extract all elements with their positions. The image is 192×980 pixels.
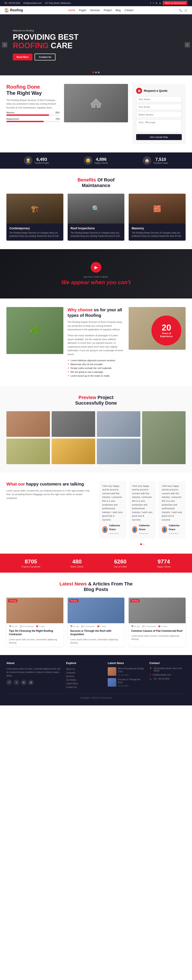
t-dot-2[interactable] — [143, 543, 144, 545]
testimonials-description: Lorem ipsum dolor sit amet this you help… — [6, 489, 93, 500]
project-item-5[interactable] — [6, 439, 50, 464]
footer-news-text-2[interactable]: Success is Through the Roof — [118, 678, 144, 684]
news-excerpt-1: Lorem ipsum dolor sit amet, consectetur … — [6, 638, 63, 646]
nav-contact[interactable]: Contact — [125, 9, 133, 12]
top-bar-phone: Tel: +60 50 5234 — [4, 2, 20, 4]
news-excerpt-2: Lorem ipsum dolor sit amet, consectetur … — [68, 638, 125, 646]
stat-trusted: 👷 6,493 Trusted People — [24, 156, 49, 165]
footer-link-services[interactable]: Services — [66, 675, 102, 678]
counter-clients-active-num: 480 — [70, 558, 83, 565]
news-category-3: Roofing — [130, 599, 140, 602]
footer-contact: Contact 📍 402 Building Street, New York … — [149, 662, 186, 689]
cart-icon[interactable]: 🛒 — [184, 9, 188, 12]
news-image-1: Roofing — [6, 598, 63, 623]
hero-dot-1[interactable] — [92, 72, 94, 73]
footer-link-contact[interactable]: Contact Us — [66, 686, 102, 689]
counter-coffee-label: Cup of Coffee — [114, 566, 127, 568]
project-item-2[interactable] — [52, 411, 95, 437]
testimonial-dots — [99, 543, 186, 545]
skill-replacement-label: Replacement — [6, 118, 19, 120]
news-title-2[interactable]: Success is Through the Roof with Acquisi… — [68, 628, 125, 638]
footer-link-news[interactable]: Latest News — [66, 682, 102, 686]
footer-facebook-icon[interactable]: f — [6, 679, 12, 685]
footer-explore-title: Explore — [66, 662, 102, 665]
counter-projects: 8705 Projects Completed — [22, 558, 40, 568]
hero-contact-button[interactable]: Contact Us — [35, 54, 56, 60]
footer-news-item-1: Why's Providing the Quality Care 01 Jan … — [108, 667, 144, 676]
quote-name-input[interactable] — [136, 96, 182, 102]
top-bar-address: 127 King Street, Melbourne — [45, 2, 71, 4]
benefits-title-red: Benefits — [78, 177, 96, 183]
quote-service-input[interactable] — [136, 112, 182, 118]
play-button[interactable]: ▶ — [90, 262, 102, 273]
nav-blog[interactable]: Blog — [116, 9, 121, 12]
twitter-icon[interactable]: t — [153, 2, 154, 4]
footer-email-text: info@example.com — [153, 674, 171, 676]
footer-link-about-us[interactable]: About Us — [66, 667, 102, 671]
why-title-red: Why choose — [68, 307, 93, 312]
rdrw-title-red: Roofing Done — [6, 84, 40, 90]
counter-coffee-num: 6260 — [114, 558, 127, 565]
skill-replacement: Replacement 70% — [6, 118, 60, 122]
footer-copyright: Copyright © 2019 by Themetouch — [80, 697, 112, 699]
testimonial-author-3: Catherine Grace — [169, 524, 182, 531]
news-title-3[interactable]: Common Causes of Flat Commercial Roof — [129, 628, 186, 635]
testimonials-right: I feel very happy and be proud to connec… — [99, 481, 186, 545]
stat-finished: 🏠 7,510 Finished Cases — [143, 156, 168, 165]
project-item-1[interactable] — [6, 411, 50, 437]
footer-news-date-1: 01 Jan 2020 — [118, 674, 144, 676]
footer-twitter-icon[interactable]: t — [14, 679, 19, 685]
pinterest-icon[interactable]: p — [160, 2, 161, 4]
testimonial-card-1: I feel very happy and be proud to connec… — [99, 481, 126, 538]
project-item-4[interactable] — [142, 411, 186, 464]
footer-link-works[interactable]: Our Works — [66, 678, 102, 682]
stat-finished-icon: 🏠 — [143, 156, 151, 165]
news-title-rest: & Articles From The — [88, 581, 132, 587]
news-title-1[interactable]: Tips On Choosing the Right Roofing Contr… — [6, 628, 63, 638]
nav-services[interactable]: Services — [90, 9, 100, 12]
rdrw-description: The Roofing Repair Services of Roof Comp… — [6, 99, 60, 110]
nav-home[interactable]: Home — [68, 9, 75, 12]
nav-pages[interactable]: Pages — [79, 9, 86, 12]
footer-news-item-2: Success is Through the Roof 01 Jan 2020 — [108, 678, 144, 687]
t-dot-1[interactable] — [140, 543, 142, 545]
instagram-icon[interactable]: in — [156, 2, 157, 4]
appointment-button[interactable]: Make an Appointment — [163, 1, 188, 5]
news-excerpt-3: Lorem ipsum dolor sit amet, consectetur … — [129, 634, 186, 643]
why-list: Lorem doltrices dignissim posuere semtom… — [68, 358, 125, 378]
hero-read-more-button[interactable]: Read More — [13, 54, 32, 60]
preview-subtitle: Successfully Done — [75, 400, 117, 406]
project-item-7[interactable] — [97, 439, 140, 464]
footer-youtube-icon[interactable]: yt — [28, 679, 34, 685]
get-quote-button[interactable]: Get a Quote Now — [136, 134, 182, 140]
footer-news-text-1[interactable]: Why's Providing the Quality Care — [118, 667, 144, 673]
counter-projects-label: Projects Completed — [22, 566, 40, 568]
project-item-6[interactable] — [52, 439, 95, 464]
facebook-icon[interactable]: f — [150, 2, 151, 4]
video-title: We appear when you can't — [6, 279, 186, 286]
footer-instagram-icon[interactable]: in — [21, 679, 27, 685]
testimonial-card-3: I feel very happy and be proud to connec… — [159, 481, 186, 538]
why-right: 🏠 20 Years ofExperience — [129, 307, 186, 350]
preview-title-rest: Project — [97, 395, 114, 400]
testimonial-stars-1: ★★★★★ — [109, 532, 123, 535]
news-title-red: Latest News — [60, 581, 87, 587]
footer-link-company[interactable]: Company — [66, 671, 102, 675]
why-center-content: Why choose us for your all types of Roof… — [68, 307, 125, 377]
footer-address-text: 402 Building Street, New York 10001 — [154, 667, 186, 672]
years-experience-badge: 20 Years ofExperience — [151, 315, 181, 345]
quote-message-input[interactable] — [136, 119, 182, 132]
nav-project[interactable]: Project — [104, 9, 111, 12]
why-description-1: The Roofing Repair Services of Roof Comp… — [68, 320, 125, 332]
hero-dot-2[interactable] — [95, 72, 97, 73]
stat-clients-icon: 😊 — [84, 156, 92, 165]
search-icon[interactable]: 🔍 — [179, 9, 182, 12]
stat-trusted-label: Trusted People — [35, 162, 49, 164]
logo[interactable]: 🏠 Roofing — [4, 8, 23, 13]
testimonials-section: What our happy customers are talking Lor… — [0, 473, 192, 554]
hero-dot-3[interactable] — [98, 72, 100, 73]
hero-prev-arrow[interactable]: ‹ — [2, 42, 7, 48]
quote-email-input[interactable] — [136, 104, 182, 110]
hero-next-arrow[interactable]: › — [185, 42, 190, 48]
project-item-3[interactable] — [97, 411, 140, 437]
